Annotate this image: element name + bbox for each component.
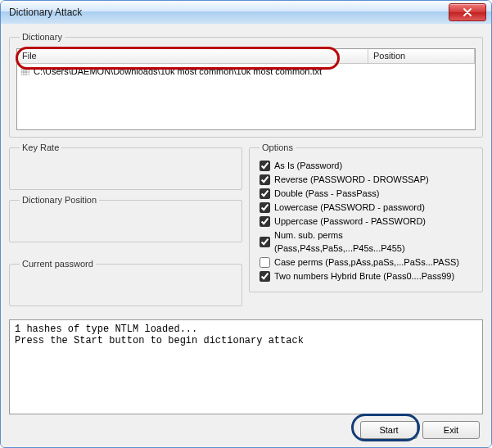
- client-area: Dictionary File Position C:\Users: [1, 24, 491, 447]
- option-row[interactable]: Uppercase (Password - PASSWORD): [260, 215, 476, 228]
- titlebar: Dictionary Attack: [1, 1, 491, 25]
- dictionary-file-list[interactable]: File Position C:\Users\DAEMON\Downloads\…: [16, 48, 476, 130]
- option-row[interactable]: Lowercase (PASSWORD - password): [260, 201, 476, 214]
- option-row[interactable]: As Is (Password): [260, 159, 476, 172]
- option-checkbox[interactable]: [260, 202, 270, 213]
- option-checkbox[interactable]: [260, 161, 270, 171]
- option-label: Reverse (PASSWORD - DROWSSAP): [274, 173, 429, 186]
- key-rate-group: Key Rate: [9, 143, 242, 190]
- dictionary-position-legend: Dictionary Position: [20, 195, 99, 205]
- file-list-header: File Position: [17, 49, 475, 64]
- grid-icon: [20, 66, 30, 76]
- option-label: Case perms (Pass,pAss,paSs,...PaSs...PAS…: [274, 256, 459, 269]
- option-label: As Is (Password): [274, 159, 342, 172]
- table-row[interactable]: C:\Users\DAEMON\Downloads\10k most commo…: [17, 64, 475, 79]
- option-row[interactable]: Double (Pass - PassPass): [260, 187, 476, 200]
- dictionary-position-group: Dictionary Position: [9, 195, 242, 242]
- dictionary-legend: Dictionary: [20, 32, 65, 42]
- dictionary-group: Dictionary File Position C:\Users: [9, 32, 483, 138]
- options-group: Options As Is (Password)Reverse (PASSWOR…: [249, 143, 483, 292]
- option-row[interactable]: Reverse (PASSWORD - DROWSSAP): [260, 173, 476, 186]
- svg-rect-0: [21, 67, 29, 75]
- file-list-body: C:\Users\DAEMON\Downloads\10k most commo…: [17, 64, 475, 79]
- window: Dictionary Attack Dictionary File Positi…: [0, 0, 492, 448]
- button-row: Start Exit: [360, 421, 480, 439]
- start-button[interactable]: Start: [360, 421, 418, 439]
- option-label: Num. sub. perms (Pass,P4ss,Pa5s,...P45s.…: [274, 229, 476, 255]
- window-title: Dictionary Attack: [9, 7, 449, 18]
- option-checkbox[interactable]: [260, 257, 270, 268]
- option-label: Lowercase (PASSWORD - password): [274, 201, 425, 214]
- column-header-file[interactable]: File: [17, 49, 368, 64]
- exit-button[interactable]: Exit: [422, 421, 480, 439]
- option-checkbox[interactable]: [260, 216, 270, 227]
- key-rate-legend: Key Rate: [20, 143, 61, 152]
- option-row[interactable]: Case perms (Pass,pAss,paSs,...PaSs...PAS…: [260, 256, 476, 269]
- close-button[interactable]: [449, 3, 486, 21]
- option-label: Double (Pass - PassPass): [274, 187, 379, 200]
- option-row[interactable]: Two numbers Hybrid Brute (Pass0....Pass9…: [260, 269, 476, 283]
- current-password-group: Current password: [9, 259, 242, 306]
- column-header-position[interactable]: Position: [368, 49, 475, 64]
- current-password-legend: Current password: [20, 259, 96, 269]
- option-checkbox[interactable]: [260, 237, 270, 247]
- close-icon: [463, 8, 472, 16]
- dictionary-file-path: C:\Users\DAEMON\Downloads\10k most commo…: [34, 66, 322, 76]
- option-checkbox[interactable]: [260, 271, 270, 282]
- option-checkbox[interactable]: [260, 174, 270, 185]
- option-row[interactable]: Num. sub. perms (Pass,P4ss,Pa5s,...P45s.…: [260, 229, 476, 255]
- option-checkbox[interactable]: [260, 188, 270, 199]
- log-output[interactable]: 1 hashes of type NTLM loaded... Press th…: [9, 319, 483, 414]
- option-label: Two numbers Hybrid Brute (Pass0....Pass9…: [274, 269, 454, 283]
- option-label: Uppercase (Password - PASSWORD): [274, 215, 426, 228]
- options-legend: Options: [260, 143, 296, 152]
